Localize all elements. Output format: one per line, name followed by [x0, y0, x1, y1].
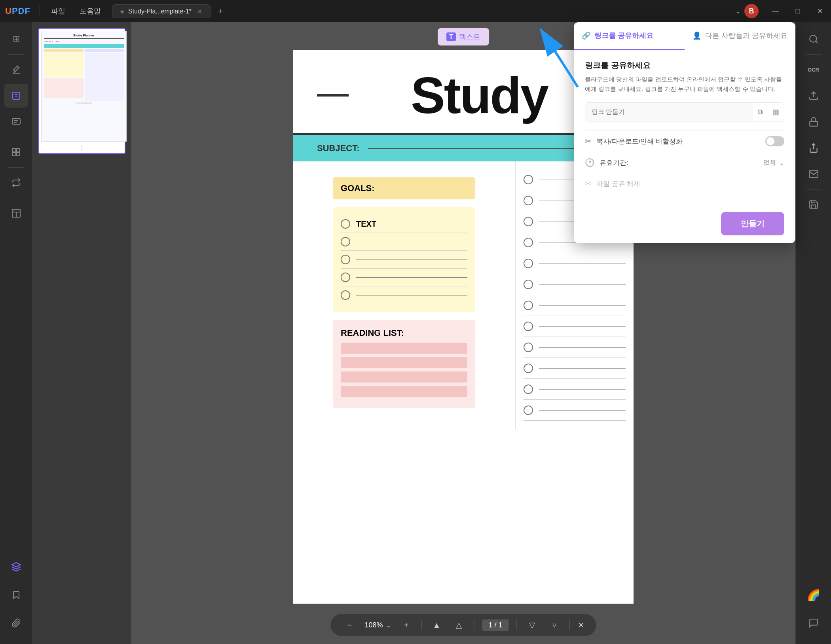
- unshare-text: 파일 공유 해제: [596, 179, 640, 188]
- layers-icon[interactable]: [4, 555, 28, 579]
- text-line-4: [356, 295, 467, 295]
- new-tab-button[interactable]: +: [214, 5, 226, 17]
- maximize-button[interactable]: □: [787, 0, 809, 22]
- check-circle: [341, 219, 350, 229]
- check-circle-1: [341, 237, 350, 246]
- zoom-dropdown-arrow[interactable]: ⌄: [386, 621, 391, 629]
- page-view-icon[interactable]: ⊞: [4, 27, 28, 51]
- sidebar-bottom: [4, 554, 28, 644]
- right-sep-1: [806, 54, 822, 55]
- template-icon[interactable]: [4, 201, 28, 225]
- user-avatar[interactable]: B: [744, 4, 759, 18]
- qr-code-icon[interactable]: ▦: [768, 108, 784, 116]
- clock-icon: 🕐: [585, 158, 595, 167]
- zoom-out-button[interactable]: −: [342, 618, 357, 632]
- menu-help[interactable]: 도움말: [72, 6, 108, 16]
- active-tab[interactable]: ◈ Study-Pla...emplate-1* ✕: [112, 4, 211, 18]
- check-item-5: [524, 253, 626, 274]
- eraser-icon[interactable]: [4, 58, 28, 81]
- tabs-dropdown-btn[interactable]: ⌄: [735, 8, 740, 15]
- titlebar: UPDF 파일 도움말 ◈ Study-Pla...emplate-1* ✕ +…: [0, 0, 831, 22]
- check-item-11: [524, 379, 626, 400]
- logo-text: UPDF: [5, 6, 30, 16]
- popup-body: 링크를 공유하세요 클라우드에 당신의 파일을 업로드하여 온라인에서 접근할 …: [574, 50, 795, 204]
- right-sep-2: [806, 189, 822, 189]
- unshare-label: ✂ 파일 공유 해제: [585, 179, 640, 188]
- svg-rect-17: [810, 121, 818, 126]
- toolbar-divider-3: [517, 620, 517, 630]
- thumbnail-panel: Study Planner SUBJECT: TIME:: [32, 22, 131, 644]
- check-circle-r2: [524, 196, 533, 205]
- bottom-toolbar: − 108% ⌄ + ▲ △ 1 / 1 ▽ ▿ ✕: [330, 614, 596, 636]
- link-share-tab[interactable]: 🔗 링크를 공유하세요: [574, 22, 685, 50]
- page-current: 1: [488, 621, 492, 629]
- close-button[interactable]: ✕: [809, 0, 831, 22]
- expiry-value: 없음: [763, 159, 776, 167]
- unshare-icon: ✂: [585, 179, 592, 188]
- protect-icon[interactable]: [802, 110, 825, 134]
- convert-icon[interactable]: [4, 171, 28, 195]
- search-icon[interactable]: [802, 27, 825, 51]
- reading-row-3: [341, 371, 467, 383]
- reading-row-1: [341, 343, 467, 354]
- text-tool-button[interactable]: T 텍스트: [438, 28, 489, 45]
- svg-rect-3: [12, 119, 20, 124]
- menu-file[interactable]: 파일: [44, 6, 72, 16]
- text-line-3: [356, 277, 467, 278]
- create-link-button[interactable]: 만들기: [721, 212, 784, 235]
- text-header-row: TEXT: [341, 215, 467, 233]
- minimize-button[interactable]: —: [765, 0, 787, 22]
- expiry-row: 🕐 유효기간: 없음 ⌄: [585, 152, 784, 173]
- svg-point-14: [810, 35, 816, 42]
- organize-icon[interactable]: [4, 140, 28, 164]
- edit-icon[interactable]: [4, 84, 28, 108]
- tab-close-btn[interactable]: ✕: [197, 8, 202, 15]
- right-sidebar: OCR 🌈: [795, 22, 831, 644]
- link-input-field[interactable]: [585, 103, 753, 121]
- check-circle-r12: [524, 405, 533, 415]
- check-circle-r9: [524, 343, 533, 352]
- zoom-level-display: 108% ⌄: [364, 621, 391, 629]
- people-share-tab[interactable]: 👤 다른 사람들과 공유하세요: [685, 22, 795, 50]
- app-logo: UPDF: [0, 6, 36, 16]
- disable-toggle[interactable]: [765, 136, 784, 146]
- planner-title: Study: [349, 66, 610, 125]
- comment-icon[interactable]: [4, 110, 28, 134]
- tab-label: Study-Pla...emplate-1*: [128, 8, 192, 15]
- nav-next-button[interactable]: ▽: [525, 618, 539, 632]
- svg-marker-13: [12, 563, 21, 567]
- svg-rect-6: [13, 149, 16, 152]
- rainbow-icon[interactable]: 🌈: [802, 583, 825, 607]
- export-icon[interactable]: [802, 84, 825, 108]
- text-row-2: [341, 251, 467, 269]
- page-thumbnail[interactable]: Study Planner SUBJECT: TIME:: [38, 28, 125, 154]
- copy-link-icon[interactable]: ⧉: [753, 108, 768, 116]
- right-sidebar-bottom: 🌈: [802, 582, 825, 644]
- text-tool-icon: T: [446, 32, 456, 41]
- attachment-icon[interactable]: [4, 611, 28, 635]
- svg-rect-9: [17, 153, 20, 156]
- expiry-select[interactable]: 없음 ⌄: [763, 159, 784, 167]
- nav-last-button[interactable]: ▿: [547, 618, 562, 632]
- sidebar-separator-2: [8, 137, 24, 137]
- check-item-9: [524, 337, 626, 358]
- text-row-1: [341, 233, 467, 251]
- save-icon[interactable]: [802, 193, 825, 216]
- people-tab-label: 다른 사람들과 공유하세요: [705, 31, 787, 40]
- bookmark-icon[interactable]: [4, 583, 28, 607]
- nav-prev-button[interactable]: △: [452, 618, 466, 632]
- nav-first-button[interactable]: ▲: [429, 618, 444, 632]
- ocr-icon[interactable]: OCR: [802, 58, 825, 81]
- close-bottom-toolbar-button[interactable]: ✕: [578, 620, 584, 630]
- reading-row-4: [341, 386, 467, 397]
- email-icon[interactable]: [802, 162, 825, 186]
- page-number: 1: [41, 145, 123, 151]
- window-controls: — □ ✕: [765, 0, 831, 22]
- text-row-4: [341, 286, 467, 304]
- share-icon[interactable]: [802, 136, 825, 160]
- goals-label: GOALS:: [341, 183, 375, 193]
- check-item-7: [524, 295, 626, 316]
- chat-icon[interactable]: [802, 611, 825, 635]
- svg-line-15: [816, 41, 818, 43]
- zoom-in-button[interactable]: +: [399, 618, 413, 632]
